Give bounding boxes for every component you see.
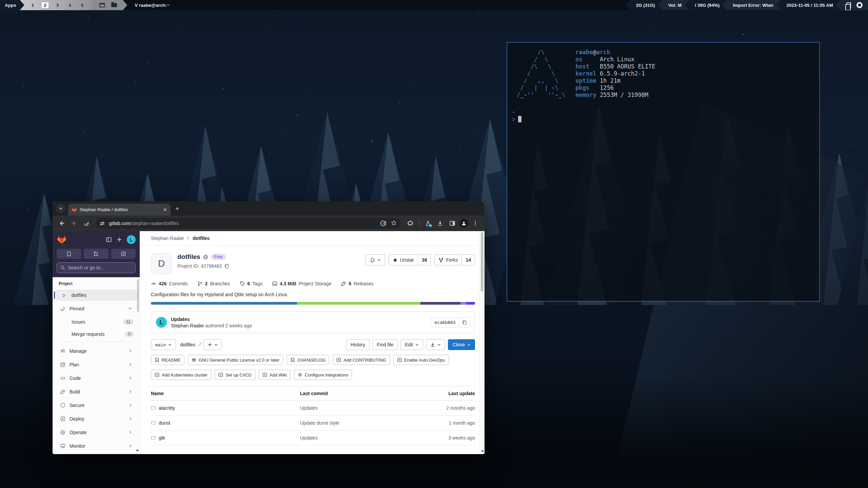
copy-icon[interactable]	[224, 264, 229, 268]
page-scrollbar[interactable]	[479, 231, 485, 454]
sidebar-item-issues[interactable]: Issues 11	[53, 317, 140, 327]
copy-hash-button[interactable]	[459, 318, 470, 327]
clone-button[interactable]: Clone	[448, 339, 475, 350]
sidebar-toggle-icon[interactable]	[106, 237, 112, 243]
merge-requests-shortcut-icon[interactable]	[84, 249, 108, 259]
commit-hash[interactable]: eca6b865	[431, 318, 459, 327]
menu-kebab-icon[interactable]	[470, 218, 480, 228]
sidebar-item-pinned[interactable]: Pinned	[55, 303, 137, 314]
bookmark-star-icon[interactable]	[391, 220, 397, 227]
stat-tags[interactable]: 6Tags	[240, 281, 262, 286]
chevron-right-icon	[129, 389, 132, 394]
google-icon[interactable]	[380, 220, 386, 226]
language-bar[interactable]	[151, 302, 475, 305]
user-avatar[interactable]: L	[127, 235, 136, 244]
column-header-last-update[interactable]: Last update	[401, 386, 475, 401]
clipboard-icon[interactable]	[846, 2, 851, 8]
table-row[interactable]: alacritty Updates 2 months ago	[151, 401, 475, 415]
power-icon[interactable]	[856, 2, 863, 8]
breadcrumb-current[interactable]: dotfiles	[193, 236, 210, 241]
stat-storage[interactable]: 4.3 MiBProject Storage	[272, 281, 332, 286]
add-contributing-badge[interactable]: Add CONTRIBUTING	[333, 355, 390, 365]
sidebar-item-help[interactable]: ? Help	[53, 454, 140, 454]
stat-commits[interactable]: 426Commits	[151, 281, 188, 286]
add-kubernetes-badge[interactable]: Add Kubernetes cluster	[151, 370, 211, 380]
repo-path[interactable]: dotfiles	[180, 342, 195, 347]
download-source-button[interactable]	[426, 339, 445, 350]
page-scrollbar-arrow-icon[interactable]	[481, 450, 484, 452]
find-file-button[interactable]: Find file	[372, 339, 398, 350]
side-panel-icon[interactable]	[447, 218, 457, 228]
sidebar-item-monitor[interactable]: Monitor	[55, 440, 137, 452]
site-settings-icon[interactable]	[98, 219, 106, 227]
readme-badge[interactable]: README	[151, 355, 184, 365]
star-count[interactable]: 38	[418, 255, 431, 265]
table-row[interactable]: gtk Updates 3 weeks ago	[151, 430, 475, 445]
tab-search-button[interactable]	[56, 204, 65, 213]
edit-button[interactable]: Edit	[400, 339, 423, 350]
branch-selector[interactable]: main	[151, 339, 176, 350]
sidebar-scrollbar-thumb[interactable]	[137, 279, 139, 312]
sidebar-item-merge-requests[interactable]: Merge requests 0	[53, 329, 140, 340]
address-bar[interactable]: gitlab.com/stephan-raabe/dotfiles	[96, 218, 401, 229]
folder-icon[interactable]	[111, 3, 117, 7]
profile-avatar[interactable]	[459, 219, 468, 228]
back-icon[interactable]	[57, 218, 67, 228]
workspace-3[interactable]: 3	[54, 2, 61, 8]
downloads-icon[interactable]	[435, 218, 445, 228]
experiments-flask-icon[interactable]	[423, 218, 433, 228]
create-new-icon[interactable]	[117, 237, 122, 242]
sidebar-item-build[interactable]: Build	[55, 386, 137, 398]
notifications-button[interactable]	[366, 255, 385, 265]
breadcrumb-parent[interactable]: Stephan Raabe	[151, 236, 184, 241]
license-badge[interactable]: GNU General Public License v2.0 or later	[188, 355, 283, 365]
todo-shortcut-icon[interactable]	[111, 249, 136, 259]
gitlab-logo[interactable]	[57, 235, 67, 245]
workspace-1[interactable]: 1	[29, 2, 36, 8]
plan-badge[interactable]: Free	[211, 254, 226, 260]
unstar-button[interactable]: Unstar	[389, 255, 418, 265]
sidebar-item-project-dotfiles[interactable]: D dotfiles	[55, 289, 137, 301]
new-tab-button[interactable]: +	[175, 205, 179, 212]
workspace-5[interactable]: 5	[79, 2, 86, 8]
commit-author[interactable]: Stephan Raabe	[171, 323, 204, 328]
extensions-icon[interactable]	[406, 218, 416, 228]
sidebar-item-deploy[interactable]: Deploy	[55, 413, 137, 425]
enable-auto-devops-badge[interactable]: Enable Auto DevOps	[393, 355, 449, 365]
commit-author-avatar[interactable]: L	[156, 317, 167, 328]
sidebar-item-secure[interactable]: Secure	[55, 400, 137, 411]
sidebar-scrollbar-arrow-icon[interactable]	[136, 450, 139, 452]
sidebar-item-operate[interactable]: Operate	[55, 427, 137, 438]
stat-branches[interactable]: 2Branches	[197, 281, 230, 286]
volume-widget[interactable]: Vol: M	[658, 0, 689, 10]
configure-integrations-badge[interactable]: Configure Integrations	[294, 370, 352, 380]
history-button[interactable]: History	[346, 339, 370, 350]
tab-close-icon[interactable]: ✕	[163, 207, 167, 213]
add-file-button[interactable]	[203, 339, 222, 350]
apps-menu-button[interactable]: Apps	[0, 0, 24, 10]
column-header-name[interactable]: Name	[151, 386, 300, 401]
changelog-badge[interactable]: CHANGELOG	[287, 355, 329, 365]
forks-button[interactable]: Forks	[435, 255, 461, 265]
search-input[interactable]: Search or go to...	[57, 262, 136, 273]
disk-widget: / 39G (94%)	[685, 0, 727, 10]
window-icon[interactable]	[99, 3, 105, 7]
page-scrollbar-thumb[interactable]	[481, 232, 484, 291]
stat-releases[interactable]: 6Releases	[341, 281, 373, 286]
sidebar-item-plan[interactable]: Plan	[55, 359, 137, 370]
setup-cicd-badge[interactable]: Set up CI/CD	[215, 370, 255, 380]
workspace-4[interactable]: 4	[66, 2, 73, 8]
terminal-window[interactable]: /\ / \ /\ \ / \ / ,, \ / | | -\ /_-'' ''…	[507, 42, 820, 302]
commit-message-link[interactable]: Updates	[171, 317, 252, 322]
reload-icon[interactable]	[81, 218, 91, 228]
add-wiki-badge[interactable]: Add Wiki	[259, 370, 291, 380]
workspace-2-active[interactable]: 2	[42, 2, 48, 8]
sidebar-item-code[interactable]: Code	[55, 372, 137, 384]
issues-shortcut-icon[interactable]	[57, 249, 81, 259]
forward-icon[interactable]	[69, 218, 79, 228]
browser-tab-active[interactable]: Stephan Raabe / dotfiles ✕	[68, 204, 171, 216]
project-avatar: D	[151, 253, 172, 274]
fork-count[interactable]: 14	[461, 255, 475, 265]
sidebar-item-manage[interactable]: Manage	[55, 345, 137, 357]
table-row[interactable]: dunst Update dunst style 1 month ago	[151, 415, 475, 430]
